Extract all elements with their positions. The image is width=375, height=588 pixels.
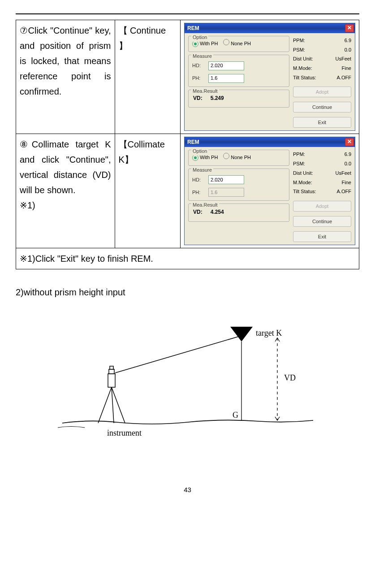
step7-key: 【 Continue 】 <box>115 20 181 134</box>
rem-window: REM ✕ Option With PH None PH <box>184 23 355 131</box>
window-title: REM <box>187 138 199 147</box>
top-rule <box>16 13 359 14</box>
hd-label: HD: <box>192 61 206 70</box>
page: ⑦Click "Continue" key, and position of p… <box>0 0 375 507</box>
titlebar: REM ✕ <box>185 137 355 147</box>
window-title: REM <box>187 24 199 33</box>
titlebar: REM ✕ <box>185 23 355 33</box>
adopt-button[interactable]: Adopt <box>293 86 351 97</box>
option-legend: Option <box>191 33 208 42</box>
result-group: Mea.Result VD: 4.254 <box>188 203 289 221</box>
diagram: instrument target K VD G <box>16 320 359 450</box>
instrument-label: instrument <box>107 428 142 437</box>
close-icon[interactable]: ✕ <box>345 24 354 32</box>
result-group: Mea.Result VD: 5.249 <box>188 90 289 108</box>
svg-rect-5 <box>110 366 113 369</box>
step7-screenshot: REM ✕ Option With PH None PH <box>181 20 359 134</box>
step-row-7: ⑦Click "Continue" key, and position of p… <box>16 20 359 134</box>
hd-field[interactable]: 2.020 <box>208 175 244 184</box>
ph-label: PH: <box>192 74 206 82</box>
rem-window: REM ✕ Option With PH None PH <box>184 137 355 245</box>
result-legend: Mea.Result <box>191 87 219 95</box>
svg-line-6 <box>115 336 241 373</box>
close-icon[interactable]: ✕ <box>345 138 354 146</box>
measure-group: Measure HD: 2.020 PH: 1.6 <box>188 169 289 201</box>
continue-button[interactable]: Continue <box>293 216 351 227</box>
footnote-row: ※1)Click "Exit" key to finish REM. <box>16 248 359 269</box>
option-group: Option With PH None PH <box>188 150 289 166</box>
adopt-button[interactable]: Adopt <box>293 201 351 212</box>
exit-button[interactable]: Exit <box>293 231 351 242</box>
step-row-8: ⑧Collimate target K and click "Continue"… <box>16 134 359 248</box>
section2-title: 2)without prism height input <box>16 287 359 298</box>
radio-none-ph[interactable]: None PH <box>223 39 251 48</box>
measure-legend: Measure <box>191 52 213 61</box>
step8-key: 【Collimate K】 <box>115 134 181 248</box>
step8-screenshot: REM ✕ Option With PH None PH <box>181 134 359 248</box>
ph-field[interactable]: 1.6 <box>208 74 244 83</box>
steps-table: ⑦Click "Continue" key, and position of p… <box>16 20 359 269</box>
svg-line-9 <box>115 373 241 421</box>
footnote: ※1)Click "Exit" key to finish REM. <box>16 248 359 269</box>
diagram-svg: instrument target K VD G <box>53 320 322 450</box>
svg-line-0 <box>98 387 112 423</box>
option-group: Option With PH None PH <box>188 36 289 52</box>
ph-field[interactable]: 1.6 <box>208 188 244 197</box>
continue-button[interactable]: Continue <box>293 102 351 112</box>
target-label: target K <box>256 329 282 337</box>
hd-field[interactable]: 2.020 <box>208 61 244 70</box>
svg-marker-7 <box>230 327 253 342</box>
step8-desc: ⑧Collimate target K and click "Continue"… <box>16 134 115 248</box>
svg-rect-4 <box>109 369 114 374</box>
step7-desc: ⑦Click "Continue" key, and position of p… <box>16 20 115 134</box>
radio-none-ph[interactable]: None PH <box>223 153 251 162</box>
measure-group: Measure HD: 2.020 PH: 1.6 <box>188 55 289 87</box>
exit-button[interactable]: Exit <box>293 117 351 128</box>
page-number: 43 <box>16 486 359 493</box>
g-label: G <box>233 411 238 419</box>
svg-rect-3 <box>108 374 115 387</box>
vd-label: VD <box>284 373 296 382</box>
